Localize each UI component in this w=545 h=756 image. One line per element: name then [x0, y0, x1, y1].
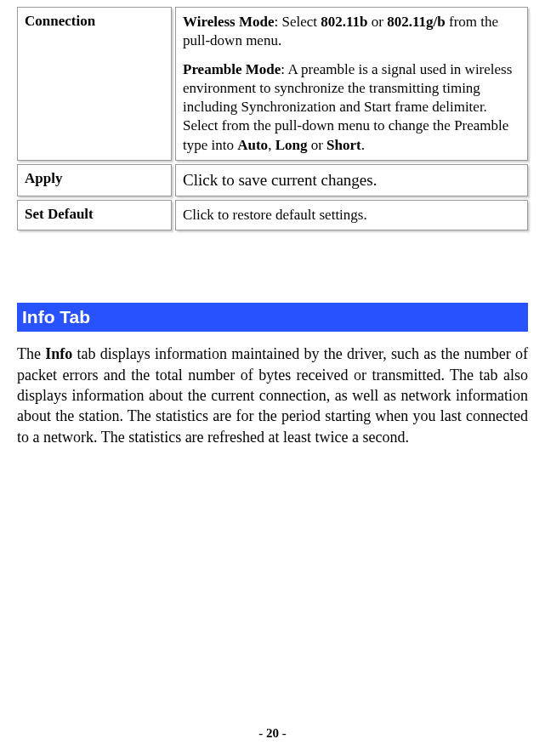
text: . — [361, 137, 365, 153]
table-row: Connection Wireless Mode: Select 802.11b… — [17, 7, 528, 161]
row-desc-apply: Click to save current changes. — [175, 164, 528, 197]
option-80211gb: 802.11g/b — [387, 14, 446, 30]
row-label-connection: Connection — [17, 7, 172, 161]
text: or — [368, 14, 388, 30]
option-long: Long — [275, 137, 308, 153]
option-auto: Auto — [237, 137, 268, 153]
preamble-mode-label: Preamble Mode — [183, 61, 281, 77]
text: or — [307, 137, 326, 153]
row-desc-connection: Wireless Mode: Select 802.11b or 802.11g… — [175, 7, 528, 161]
row-desc-setdefault: Click to restore default settings. — [175, 200, 528, 230]
wireless-mode-paragraph: Wireless Mode: Select 802.11b or 802.11g… — [183, 13, 520, 50]
wireless-mode-label: Wireless Mode — [183, 14, 275, 30]
text: : Select — [275, 14, 321, 30]
settings-table: Connection Wireless Mode: Select 802.11b… — [17, 7, 528, 230]
table-row: Set Default Click to restore default set… — [17, 200, 528, 230]
table-row: Apply Click to save current changes. — [17, 164, 528, 197]
row-label-setdefault: Set Default — [17, 200, 172, 230]
option-short: Short — [326, 137, 361, 153]
preamble-mode-paragraph: Preamble Mode: A preamble is a signal us… — [183, 60, 520, 154]
page-number: - 20 - — [0, 726, 545, 741]
text: The — [17, 345, 45, 362]
info-bold: Info — [45, 345, 72, 362]
info-tab-description: The Info tab displays information mainta… — [17, 344, 528, 446]
row-label-apply: Apply — [17, 164, 172, 197]
text: tab displays information maintained by t… — [17, 345, 528, 445]
option-80211b: 802.11b — [321, 14, 367, 30]
section-header-info-tab: Info Tab — [17, 303, 528, 332]
text: , — [268, 137, 275, 153]
